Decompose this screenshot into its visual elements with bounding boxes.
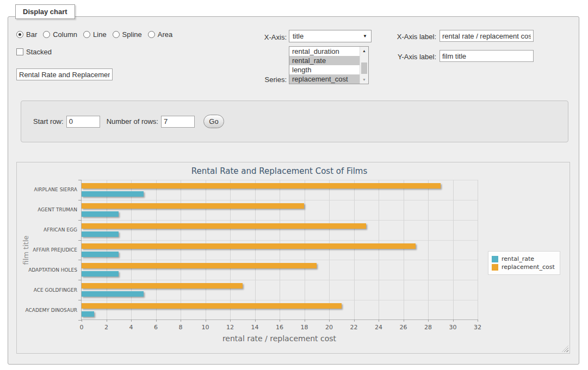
gridline [230, 180, 231, 319]
x-axis-tick [82, 319, 82, 322]
go-button[interactable]: Go [203, 115, 224, 128]
chart-type-radio-bar[interactable]: Bar [16, 30, 37, 39]
bar-replacement_cost [82, 303, 342, 309]
x-axis-tick [206, 319, 206, 322]
bar-rental_rate [82, 252, 119, 257]
bar-replacement_cost [82, 263, 317, 268]
series-option-replacement_cost[interactable]: replacement_cost [289, 74, 360, 84]
radio-label: Bar [26, 30, 37, 39]
chart-container: Rental Rate and Replacement Cost of Film… [16, 162, 570, 354]
resize-handle-icon[interactable] [562, 346, 568, 352]
x-tick-label: 2 [104, 324, 108, 331]
x-tick-label: 28 [424, 324, 432, 331]
stacked-label: Stacked [26, 48, 52, 56]
start-row-input[interactable] [66, 116, 100, 128]
x-tick-label: 4 [129, 324, 133, 331]
bar-rental_rate [82, 291, 144, 297]
legend-item-rental_rate[interactable]: rental_rate [492, 255, 555, 262]
chart-type-radio-area[interactable]: Area [148, 30, 172, 39]
x-axis-tick [280, 319, 280, 322]
x-tick-label: 0 [80, 324, 84, 331]
legend-item-replacement_cost[interactable]: replacement_cost [492, 264, 555, 271]
x-axis-label-input[interactable] [440, 30, 534, 42]
y-axis-label-field-label: Y-Axis label: [385, 53, 436, 61]
y-axis-label-input[interactable] [440, 50, 534, 62]
x-tick-label: 6 [154, 324, 158, 331]
x-tick-label: 32 [474, 324, 481, 331]
category-label: ACE GOLDFINGER [18, 280, 77, 300]
gridline [354, 180, 355, 319]
bar-replacement_cost [82, 223, 366, 229]
scroll-down-icon[interactable]: ▼ [360, 76, 368, 83]
x-tick-label: 30 [449, 324, 457, 331]
y-axis-tick [78, 300, 82, 300]
fieldset-title: Display chart [15, 4, 75, 19]
scrollbar-thumb[interactable] [361, 62, 367, 74]
series-scrollbar[interactable]: ▲ ▼ [360, 47, 368, 84]
start-row-label: Start row: [33, 117, 64, 126]
bar-replacement_cost [82, 243, 416, 249]
chart-type-radio-column[interactable]: Column [43, 30, 77, 39]
x-axis-tick [329, 319, 330, 322]
chart-type-radio-line[interactable]: Line [83, 30, 107, 39]
gridline [181, 180, 181, 319]
x-axis-tick [379, 319, 379, 322]
x-axis-field-label: X-Axis: [238, 33, 287, 41]
category-label: ACADEMY DINOSAUR [18, 300, 77, 320]
x-axis-tick [354, 319, 355, 322]
x-axis-select[interactable]: title ▼ [289, 30, 372, 42]
bar-replacement_cost [82, 283, 243, 289]
x-tick-label: 26 [400, 324, 407, 331]
scroll-up-icon[interactable]: ▲ [360, 47, 368, 54]
number-of-rows-input[interactable] [161, 116, 195, 128]
gridline [379, 180, 379, 319]
gridline [453, 180, 454, 319]
x-axis-label-field-label: X-Axis label: [385, 33, 436, 41]
series-option-length[interactable]: length [289, 65, 360, 74]
stacked-checkbox-row[interactable]: Stacked [16, 48, 52, 56]
radio-label: Line [93, 30, 107, 39]
category-label: AIRPLANE SIERRA [18, 180, 77, 200]
x-axis-tick [131, 319, 132, 322]
x-axis-title: rental rate / replacement cost [81, 334, 478, 343]
x-tick-label: 20 [325, 324, 333, 331]
x-tick-label: 18 [301, 324, 308, 331]
gridline [107, 180, 107, 319]
series-options: rental_durationrental_ratelengthreplacem… [289, 47, 360, 84]
chart-title: Rental Rate and Replacement Cost of Film… [81, 166, 478, 176]
series-listbox[interactable]: rental_durationrental_ratelengthreplacem… [289, 46, 369, 84]
radio-icon [113, 31, 120, 38]
chart-type-radio-spline[interactable]: Spline [113, 30, 142, 39]
series-option-rental_duration[interactable]: rental_duration [289, 47, 360, 56]
stacked-checkbox[interactable] [16, 48, 23, 55]
number-of-rows-label: Number of rows: [107, 117, 158, 126]
gridline [206, 180, 206, 319]
y-axis-tick [78, 180, 82, 180]
radio-icon [83, 31, 90, 38]
bar-rental_rate [82, 191, 144, 197]
bar-rental_rate [82, 311, 94, 317]
series-field-label: Series: [238, 76, 287, 84]
y-axis-tick [78, 220, 82, 221]
legend-label: replacement_cost [502, 264, 555, 271]
x-axis-tick [230, 319, 231, 322]
chart-legend: rental_ratereplacement_cost [488, 251, 560, 275]
x-tick-label: 24 [375, 324, 382, 331]
legend-label: rental_rate [502, 255, 534, 262]
radio-label: Column [53, 30, 77, 39]
series-option-rental_rate[interactable]: rental_rate [289, 56, 360, 65]
bar-rental_rate [82, 231, 119, 237]
x-axis-tick [305, 319, 305, 322]
chart-title-input[interactable] [16, 68, 113, 80]
category-label: AGENT TRUMAN [18, 200, 77, 220]
y-axis-tick [78, 260, 82, 260]
row-range-panel: Start row: Number of rows: Go [21, 101, 568, 142]
x-axis-tick [428, 319, 429, 322]
y-axis-tick [78, 280, 82, 280]
x-axis-tick [453, 319, 454, 322]
legend-swatch-icon [492, 264, 498, 271]
gridline [478, 180, 478, 319]
x-axis-tick [107, 319, 107, 322]
x-tick-label: 12 [226, 324, 234, 331]
gridline [428, 180, 429, 319]
